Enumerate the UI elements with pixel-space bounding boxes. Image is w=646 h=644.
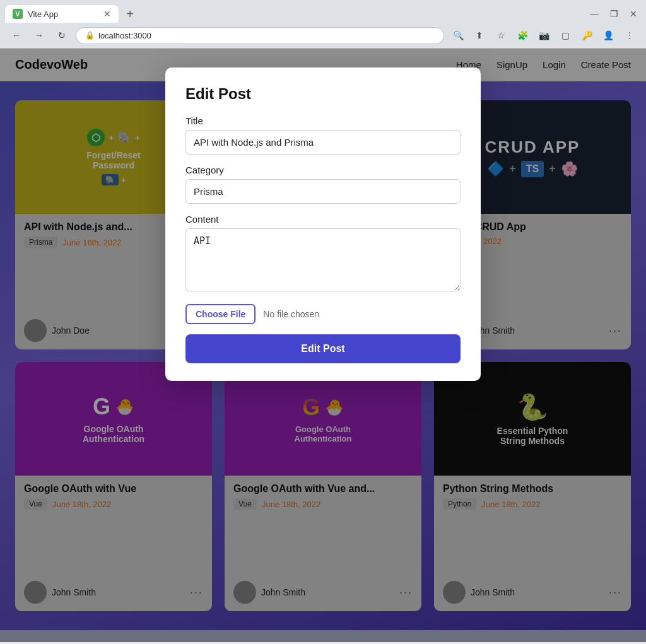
address-bar[interactable]: 🔒 localhost:3000 [76,27,444,44]
content-label: Content [185,214,461,225]
browser-tab[interactable]: V Vite App ✕ [5,5,119,23]
app-container: CodevoWeb Home SignUp Login Create Post … [0,49,646,642]
file-status: No file chosen [263,309,319,319]
edit-post-modal: Edit Post Title Category Content API Cho… [165,67,481,381]
forward-button[interactable]: → [30,26,48,44]
lock-icon: 🔒 [85,31,95,40]
bookmark-button[interactable]: ☆ [492,26,510,44]
maximize-button[interactable]: ❐ [606,8,622,20]
modal-title: Edit Post [185,85,461,103]
new-tab-button[interactable]: + [121,5,139,23]
content-form-group: Content API [185,214,461,294]
camera-button[interactable]: 📷 [535,26,553,44]
title-form-group: Title [185,115,461,155]
zoom-button[interactable]: 🔍 [449,26,467,44]
address-text: localhost:3000 [98,31,151,40]
browser-toolbar: ← → ↻ 🔒 localhost:3000 🔍 ⬆ ☆ 🧩 📷 ▢ 🔑 👤 ⋮ [0,23,646,48]
reload-button[interactable]: ↻ [53,26,71,44]
tab-title: Vite App [28,9,58,19]
tab-close-button[interactable]: ✕ [103,9,111,19]
category-form-group: Category [185,165,461,204]
content-textarea[interactable]: API [185,228,461,291]
menu-button[interactable]: ⋮ [621,26,638,44]
pip-button[interactable]: ▢ [556,26,574,44]
close-button[interactable]: ✕ [626,8,641,20]
minimize-button[interactable]: — [586,8,602,20]
back-button[interactable]: ← [8,26,25,44]
title-label: Title [185,115,461,126]
choose-file-button[interactable]: Choose File [185,304,255,324]
file-upload-row: Choose File No file chosen [185,304,461,324]
title-input[interactable] [185,130,461,155]
category-label: Category [185,165,461,175]
password-button[interactable]: 🔑 [578,26,596,44]
share-button[interactable]: ⬆ [471,26,488,44]
browser-chrome: V Vite App ✕ + — ❐ ✕ ← → ↻ 🔒 localhost:3… [0,0,646,49]
category-input[interactable] [185,179,461,204]
modal-overlay: Edit Post Title Category Content API Cho… [0,49,646,642]
extensions-button[interactable]: 🧩 [514,26,531,44]
edit-post-button[interactable]: Edit Post [185,334,461,363]
profile-button[interactable]: 👤 [599,26,617,44]
browser-actions: 🔍 ⬆ ☆ 🧩 📷 ▢ 🔑 👤 ⋮ [449,26,638,44]
tab-favicon: V [13,9,23,19]
